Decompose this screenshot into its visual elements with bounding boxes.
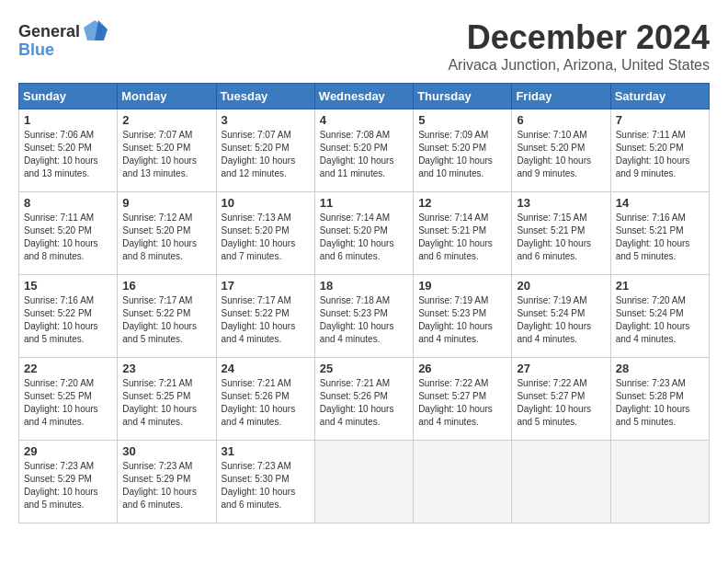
calendar-day-15: 15Sunrise: 7:16 AM Sunset: 5:22 PM Dayli…	[19, 275, 118, 358]
calendar-day-14: 14Sunrise: 7:16 AM Sunset: 5:21 PM Dayli…	[610, 192, 709, 275]
calendar-day-18: 18Sunrise: 7:18 AM Sunset: 5:23 PM Dayli…	[314, 275, 413, 358]
calendar-day-7: 7Sunrise: 7:11 AM Sunset: 5:20 PM Daylig…	[610, 109, 709, 192]
calendar-header-wednesday: Wednesday	[314, 84, 413, 109]
calendar-day-1: 1Sunrise: 7:06 AM Sunset: 5:20 PM Daylig…	[19, 109, 118, 192]
logo: General Blue	[18, 18, 108, 60]
calendar-day-9: 9Sunrise: 7:12 AM Sunset: 5:20 PM Daylig…	[118, 192, 216, 275]
week-row-5: 29Sunrise: 7:23 AM Sunset: 5:29 PM Dayli…	[19, 441, 710, 523]
calendar-day-23: 23Sunrise: 7:21 AM Sunset: 5:25 PM Dayli…	[118, 358, 216, 441]
calendar-day-empty	[414, 441, 512, 523]
week-row-4: 22Sunrise: 7:20 AM Sunset: 5:25 PM Dayli…	[19, 358, 710, 441]
calendar-day-13: 13Sunrise: 7:15 AM Sunset: 5:21 PM Dayli…	[512, 192, 610, 275]
calendar-day-24: 24Sunrise: 7:21 AM Sunset: 5:26 PM Dayli…	[216, 358, 314, 441]
calendar-day-19: 19Sunrise: 7:19 AM Sunset: 5:23 PM Dayli…	[414, 275, 512, 358]
title-area: December 2024 Arivaca Junction, Arizona,…	[448, 18, 710, 74]
calendar-day-4: 4Sunrise: 7:08 AM Sunset: 5:20 PM Daylig…	[314, 109, 413, 192]
calendar-day-30: 30Sunrise: 7:23 AM Sunset: 5:29 PM Dayli…	[118, 441, 216, 523]
calendar-day-31: 31Sunrise: 7:23 AM Sunset: 5:30 PM Dayli…	[216, 441, 314, 523]
calendar-day-29: 29Sunrise: 7:23 AM Sunset: 5:29 PM Dayli…	[19, 441, 118, 523]
calendar-header-monday: Monday	[118, 84, 216, 109]
calendar-header-row: SundayMondayTuesdayWednesdayThursdayFrid…	[19, 84, 710, 109]
calendar-day-3: 3Sunrise: 7:07 AM Sunset: 5:20 PM Daylig…	[216, 109, 314, 192]
calendar-day-11: 11Sunrise: 7:14 AM Sunset: 5:20 PM Dayli…	[314, 192, 413, 275]
calendar-day-17: 17Sunrise: 7:17 AM Sunset: 5:22 PM Dayli…	[216, 275, 314, 358]
logo-icon	[82, 18, 108, 44]
calendar-table: SundayMondayTuesdayWednesdayThursdayFrid…	[18, 83, 710, 523]
calendar-header-saturday: Saturday	[610, 84, 709, 109]
calendar-day-27: 27Sunrise: 7:22 AM Sunset: 5:27 PM Dayli…	[512, 358, 610, 441]
calendar-header-thursday: Thursday	[414, 84, 512, 109]
calendar-day-6: 6Sunrise: 7:10 AM Sunset: 5:20 PM Daylig…	[512, 109, 610, 192]
calendar-day-20: 20Sunrise: 7:19 AM Sunset: 5:24 PM Dayli…	[512, 275, 610, 358]
calendar-day-empty	[512, 441, 610, 523]
logo-blue: Blue	[18, 40, 54, 60]
calendar-day-12: 12Sunrise: 7:14 AM Sunset: 5:21 PM Dayli…	[414, 192, 512, 275]
week-row-1: 1Sunrise: 7:06 AM Sunset: 5:20 PM Daylig…	[19, 109, 710, 192]
calendar-day-empty	[314, 441, 413, 523]
subtitle: Arivaca Junction, Arizona, United States	[448, 57, 710, 74]
calendar-day-10: 10Sunrise: 7:13 AM Sunset: 5:20 PM Dayli…	[216, 192, 314, 275]
calendar-header-tuesday: Tuesday	[216, 84, 314, 109]
calendar-day-5: 5Sunrise: 7:09 AM Sunset: 5:20 PM Daylig…	[414, 109, 512, 192]
week-row-3: 15Sunrise: 7:16 AM Sunset: 5:22 PM Dayli…	[19, 275, 710, 358]
calendar-day-25: 25Sunrise: 7:21 AM Sunset: 5:26 PM Dayli…	[314, 358, 413, 441]
calendar-day-8: 8Sunrise: 7:11 AM Sunset: 5:20 PM Daylig…	[19, 192, 118, 275]
calendar-day-28: 28Sunrise: 7:23 AM Sunset: 5:28 PM Dayli…	[610, 358, 709, 441]
calendar-day-16: 16Sunrise: 7:17 AM Sunset: 5:22 PM Dayli…	[118, 275, 216, 358]
calendar-day-empty	[610, 441, 709, 523]
main-title: December 2024	[448, 18, 710, 57]
logo-general: General	[18, 22, 80, 41]
calendar-day-26: 26Sunrise: 7:22 AM Sunset: 5:27 PM Dayli…	[414, 358, 512, 441]
calendar-day-2: 2Sunrise: 7:07 AM Sunset: 5:20 PM Daylig…	[118, 109, 216, 192]
calendar-day-21: 21Sunrise: 7:20 AM Sunset: 5:24 PM Dayli…	[610, 275, 709, 358]
page-header: General Blue December 2024 Arivaca Junct…	[18, 18, 710, 74]
calendar-day-22: 22Sunrise: 7:20 AM Sunset: 5:25 PM Dayli…	[19, 358, 118, 441]
week-row-2: 8Sunrise: 7:11 AM Sunset: 5:20 PM Daylig…	[19, 192, 710, 275]
calendar-header-friday: Friday	[512, 84, 610, 109]
calendar-header-sunday: Sunday	[19, 84, 118, 109]
